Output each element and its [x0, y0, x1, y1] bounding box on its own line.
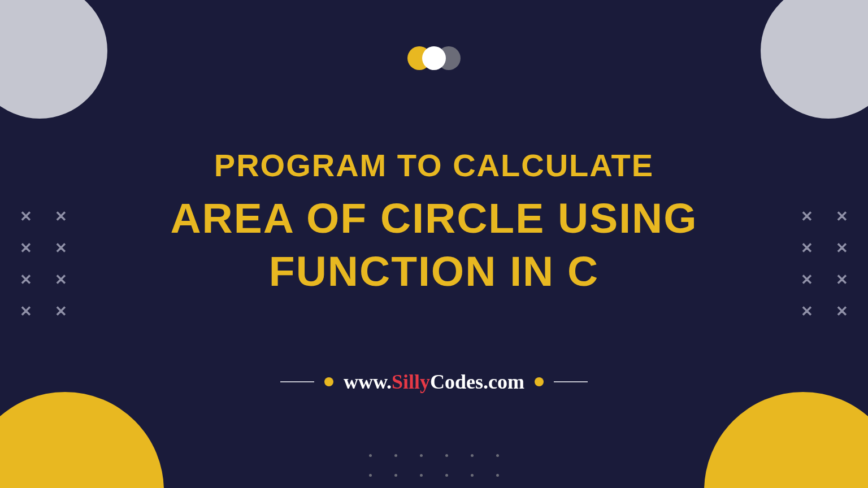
title-line-2: Area of Circle Using [0, 192, 868, 245]
url-text: www.SillyCodes.com [344, 370, 524, 394]
url-brand-white: Codes [430, 371, 483, 393]
url-dot-right [535, 377, 544, 386]
x-mark-icon: ✕ [55, 272, 67, 287]
x-mark-icon: ✕ [20, 272, 32, 287]
x-mark-icon: ✕ [836, 241, 848, 255]
url-prefix: www. [344, 371, 392, 393]
logo-circles [412, 46, 456, 70]
decoration-top-left [0, 0, 170, 130]
title-line-1: Program to Calculate [0, 147, 868, 184]
dot-icon [496, 474, 499, 477]
x-mark-icon: ✕ [55, 241, 67, 255]
x-mark-icon: ✕ [801, 241, 813, 255]
x-mark-icon: ✕ [55, 304, 67, 319]
dot-icon [369, 474, 372, 477]
url-brand-red: Silly [392, 371, 430, 393]
x-mark-icon: ✕ [20, 209, 32, 224]
x-mark-icon: ✕ [55, 209, 67, 224]
dot-icon [445, 454, 448, 457]
x-mark-icon: ✕ [836, 304, 848, 319]
circle-yellow-bottom-right [704, 392, 868, 488]
x-mark-icon: ✕ [801, 272, 813, 287]
url-suffix: .com [483, 371, 524, 393]
x-pattern-left: ✕ ✕ ✕ ✕ ✕ ✕ ✕ ✕ [20, 209, 67, 319]
logo-circle-white [422, 46, 446, 70]
dot-icon [394, 474, 397, 477]
x-mark-icon: ✕ [801, 209, 813, 224]
dot-icon [496, 454, 499, 457]
circle-yellow-bottom-left [0, 392, 164, 488]
main-title: Program to Calculate Area of Circle Usin… [0, 147, 868, 298]
title-line-3: Function in C [0, 245, 868, 298]
dots-pattern-bottom [369, 454, 499, 477]
circle-grey-top-right [761, 0, 868, 119]
x-mark-icon: ✕ [836, 209, 848, 224]
dot-icon [471, 474, 474, 477]
dot-icon [420, 474, 423, 477]
dot-icon [445, 474, 448, 477]
url-line-left [280, 381, 314, 382]
dot-icon [420, 454, 423, 457]
url-line-right [554, 381, 588, 382]
dot-icon [471, 454, 474, 457]
dot-icon [394, 454, 397, 457]
url-dot-left [324, 377, 333, 386]
dot-icon [369, 454, 372, 457]
decoration-top-right [698, 0, 868, 130]
x-pattern-right: ✕ ✕ ✕ ✕ ✕ ✕ ✕ ✕ [801, 209, 848, 319]
x-mark-icon: ✕ [836, 272, 848, 287]
website-url: www.SillyCodes.com [280, 370, 588, 394]
x-mark-icon: ✕ [20, 241, 32, 255]
x-mark-icon: ✕ [801, 304, 813, 319]
x-mark-icon: ✕ [20, 304, 32, 319]
